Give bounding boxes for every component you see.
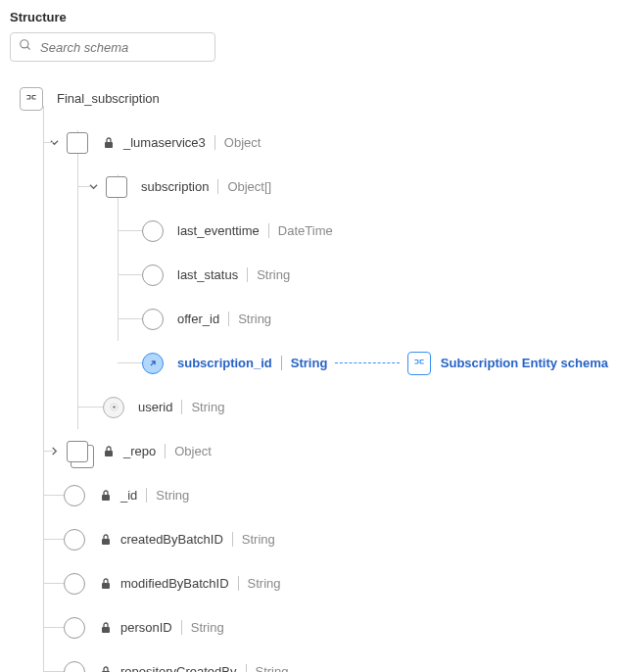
field-type: Object — [224, 135, 261, 150]
svg-rect-2 — [105, 142, 113, 148]
field-node-icon[interactable] — [142, 264, 164, 286]
svg-rect-9 — [102, 627, 110, 633]
field-type: String — [191, 620, 224, 635]
reference-connector-line — [335, 362, 399, 363]
search-input[interactable] — [38, 39, 207, 56]
svg-line-1 — [27, 47, 30, 50]
object-node-icon[interactable] — [67, 132, 88, 154]
lock-icon — [99, 534, 113, 546]
svg-point-0 — [21, 40, 28, 48]
svg-rect-5 — [105, 451, 113, 456]
identity-node-icon[interactable] — [103, 397, 124, 418]
field-node-icon[interactable] — [142, 309, 164, 330]
field-label-subscription-id[interactable]: subscription_id — [177, 356, 272, 370]
schema-tree: Final_subscription _lumaservice3 Object … — [10, 76, 608, 672]
field-type: String — [291, 356, 328, 370]
field-type: String — [256, 664, 289, 672]
field-type: String — [156, 488, 189, 503]
lock-icon — [99, 578, 113, 590]
svg-rect-7 — [102, 539, 110, 545]
field-label-last-status[interactable]: last_status — [177, 267, 238, 282]
lock-icon — [99, 622, 113, 634]
svg-rect-6 — [102, 495, 110, 501]
svg-point-3 — [113, 406, 116, 408]
lock-icon — [99, 490, 113, 502]
search-icon — [19, 38, 32, 56]
field-label-lumaservice3[interactable]: _lumaservice3 — [123, 135, 206, 150]
field-label-subscription[interactable]: subscription — [141, 179, 209, 194]
field-node-icon[interactable] — [64, 661, 85, 673]
field-label-userid[interactable]: userid — [138, 400, 172, 414]
field-label-repositorycreatedby[interactable]: repositoryCreatedBy — [120, 664, 237, 672]
search-field-container — [10, 32, 215, 62]
lock-icon — [102, 137, 116, 149]
field-type: String — [191, 400, 224, 414]
field-label-repo[interactable]: _repo — [123, 444, 156, 458]
schema-reference-icon[interactable] — [407, 352, 431, 375]
field-node-icon[interactable] — [64, 573, 85, 595]
field-label-id[interactable]: _id — [120, 488, 137, 503]
section-title: Structure — [10, 10, 608, 24]
svg-rect-8 — [102, 583, 110, 589]
field-label-modifiedbybatchid[interactable]: modifiedByBatchID — [120, 576, 229, 591]
lock-icon — [102, 446, 116, 457]
identity-field-node-icon[interactable] — [142, 353, 164, 374]
field-type: DateTime — [278, 223, 333, 238]
field-type: String — [257, 267, 290, 282]
field-node-icon[interactable] — [64, 529, 85, 551]
field-node-icon[interactable] — [64, 617, 85, 639]
object-array-node-icon[interactable] — [106, 176, 127, 198]
field-type: Object[] — [227, 179, 271, 194]
field-type: String — [238, 312, 271, 326]
field-label-last-eventtime[interactable]: last_eventtime — [177, 223, 260, 238]
field-label-offer-id[interactable]: offer_id — [177, 312, 219, 326]
reference-schema-label[interactable]: Subscription Entity schema — [441, 356, 608, 370]
lock-icon — [99, 666, 113, 673]
field-type: String — [242, 532, 275, 547]
schema-root-icon[interactable] — [20, 87, 43, 111]
field-type: String — [248, 576, 281, 591]
field-node-icon[interactable] — [64, 485, 85, 506]
field-label-createdbybatchid[interactable]: createdByBatchID — [120, 532, 223, 547]
field-node-icon[interactable] — [142, 220, 164, 242]
field-type: Object — [174, 444, 212, 458]
object-stack-node-icon[interactable] — [67, 441, 88, 462]
field-label-personid[interactable]: personID — [120, 620, 172, 635]
root-label[interactable]: Final_subscription — [57, 91, 160, 106]
